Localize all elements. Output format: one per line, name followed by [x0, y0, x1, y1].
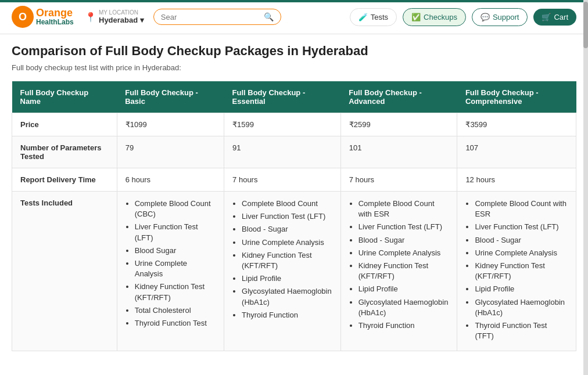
cell-essential-tests: Complete Blood CountLiver Function Test …	[224, 192, 341, 351]
search-icon: 🔍	[264, 12, 274, 21]
list-item: Lipid Profile	[242, 273, 332, 284]
row-label-tests: Tests Included	[12, 192, 117, 351]
cell-advanced-params: 101	[340, 136, 457, 168]
list-item: Thyroid Function	[242, 310, 332, 320]
list-item: Complete Blood Count (CBC)	[135, 199, 216, 219]
checkups-icon: ✅	[411, 13, 421, 21]
list-item: Thyroid Function	[358, 320, 449, 331]
location-pin-icon: 📍	[85, 12, 96, 23]
list-item: Blood - Sugar	[358, 235, 449, 246]
logo-icon: O	[12, 6, 34, 28]
cell-comprehensive-delivery: 12 hours	[457, 168, 576, 192]
whatsapp-icon: 💬	[481, 13, 490, 21]
list-item: Thyroid Function Test (TFT)	[475, 320, 568, 341]
table-row: Report Delivery Time 6 hours 7 hours 7 h…	[12, 168, 576, 192]
list-item: Glycosylated Haemoglobin (HbA1c)	[475, 297, 568, 318]
chevron-down-icon: ▾	[140, 16, 144, 24]
list-item: Kidney Function Test (KFT/RFT)	[475, 261, 568, 282]
list-item: Urine Complete Analysis	[475, 248, 568, 258]
scrollbar-thumb[interactable]	[583, 2, 588, 48]
logo[interactable]: O Orange HealthLabs	[12, 6, 76, 28]
list-item: Blood Sugar	[135, 246, 216, 256]
cell-advanced-tests: Complete Blood Count with ESRLiver Funct…	[340, 192, 457, 351]
basic-tests-list: Complete Blood Count (CBC)Liver Function…	[126, 199, 216, 329]
list-item: Liver Function Test (LFT)	[135, 222, 216, 243]
list-item: Glycosylated Haemoglobin (HbA1c)	[358, 297, 449, 318]
list-item: Lipid Profile	[358, 284, 449, 294]
essential-tests-list: Complete Blood CountLiver Function Test …	[232, 199, 332, 320]
list-item: Blood - Sugar	[475, 235, 568, 246]
cart-button[interactable]: 🛒 Cart	[533, 9, 576, 26]
list-item: Liver Function Test (LFT)	[358, 222, 449, 232]
location-selector[interactable]: 📍 MY LOCATION Hyderabad ▾	[85, 9, 144, 24]
list-item: Kidney Function Test (KFT/RFT)	[242, 250, 332, 271]
list-item: Liver Function Test (LFT)	[475, 222, 568, 232]
cell-comprehensive-tests: Complete Blood Count with ESRLiver Funct…	[457, 192, 576, 351]
cell-basic-params: 79	[117, 136, 224, 168]
page-content: Comparison of Full Body Checkup Packages…	[0, 34, 588, 360]
table-header-row: Full Body Checkup Name Full Body Checkup…	[12, 81, 576, 113]
cart-icon: 🛒	[542, 13, 551, 21]
list-item: Urine Complete Analysis	[135, 258, 216, 279]
location-details: MY LOCATION Hyderabad ▾	[99, 9, 144, 24]
list-item: Blood - Sugar	[242, 224, 332, 235]
list-item: Urine Complete Analysis	[242, 237, 332, 248]
list-item: Thyroid Function Test	[135, 318, 216, 329]
comparison-table: Full Body Checkup Name Full Body Checkup…	[12, 81, 576, 351]
cell-comprehensive-params: 107	[457, 136, 576, 168]
list-item: Complete Blood Count with ESR	[475, 199, 568, 219]
list-item: Complete Blood Count with ESR	[358, 199, 449, 219]
col-header-name: Full Body Checkup Name	[12, 81, 117, 113]
col-header-basic: Full Body Checkup - Basic	[117, 81, 224, 113]
list-item: Urine Complete Analysis	[358, 248, 449, 258]
checkups-button[interactable]: ✅ Checkups	[403, 8, 466, 26]
cell-comprehensive-price: ₹3599	[457, 113, 576, 136]
page-subtitle: Full body checkup test list with price i…	[12, 63, 576, 72]
cell-essential-price: ₹1599	[224, 113, 341, 136]
logo-text: Orange HealthLabs	[36, 8, 74, 27]
list-item: Complete Blood Count	[242, 199, 332, 209]
advanced-tests-list: Complete Blood Count with ESRLiver Funct…	[349, 199, 449, 331]
comprehensive-tests-list: Complete Blood Count with ESRLiver Funct…	[465, 199, 568, 341]
row-label-delivery: Report Delivery Time	[12, 168, 117, 192]
nav-buttons: 🧪 Tests ✅ Checkups 💬 Support 🛒 Cart	[350, 8, 576, 26]
col-header-essential: Full Body Checkup - Essential	[224, 81, 341, 113]
list-item: Total Cholesterol	[135, 305, 216, 316]
search-input[interactable]	[161, 13, 260, 21]
list-item: Liver Function Test (LFT)	[242, 211, 332, 222]
cell-advanced-price: ₹2599	[340, 113, 457, 136]
list-item: Kidney Function Test (KFT/RFT)	[135, 282, 216, 302]
tests-icon: 🧪	[358, 13, 368, 21]
page-title: Comparison of Full Body Checkup Packages…	[12, 44, 576, 59]
row-label-parameters: Number of Parameters Tested	[12, 136, 117, 168]
support-button[interactable]: 💬 Support	[472, 8, 528, 26]
search-bar[interactable]: 🔍	[153, 9, 281, 25]
col-header-comprehensive: Full Body Checkup - Comprehensive	[457, 81, 576, 113]
table-row: Price ₹1099 ₹1599 ₹2599 ₹3599	[12, 113, 576, 136]
cell-advanced-delivery: 7 hours	[340, 168, 457, 192]
cell-essential-delivery: 7 hours	[224, 168, 341, 192]
row-label-price: Price	[12, 113, 117, 136]
cell-basic-tests: Complete Blood Count (CBC)Liver Function…	[117, 192, 224, 351]
table-row: Number of Parameters Tested 79 91 101 10…	[12, 136, 576, 168]
col-header-advanced: Full Body Checkup - Advanced	[340, 81, 457, 113]
table-row: Tests Included Complete Blood Count (CBC…	[12, 192, 576, 351]
list-item: Kidney Function Test (KFT/RFT)	[358, 261, 449, 282]
cell-basic-price: ₹1099	[117, 113, 224, 136]
header: O Orange HealthLabs 📍 MY LOCATION Hydera…	[0, 0, 588, 34]
scrollbar[interactable]	[583, 0, 588, 360]
tests-button[interactable]: 🧪 Tests	[350, 8, 397, 26]
cell-basic-delivery: 6 hours	[117, 168, 224, 192]
list-item: Glycosylated Haemoglobin (HbA1c)	[242, 286, 332, 307]
cell-essential-params: 91	[224, 136, 341, 168]
list-item: Lipid Profile	[475, 284, 568, 294]
